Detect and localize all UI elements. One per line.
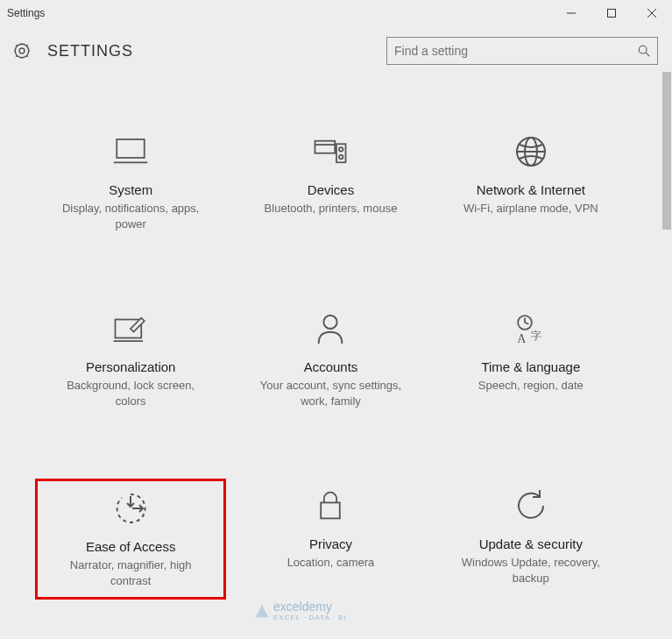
svg-text:A: A (517, 332, 527, 345)
watermark-sub: EXCEL · DATA · BI (273, 614, 347, 621)
tile-desc: Background, lock screen, colors (56, 378, 205, 408)
window-title: Settings (7, 7, 551, 19)
tile-title: System (109, 182, 152, 197)
page-title: SETTINGS (47, 42, 386, 60)
search-box[interactable] (386, 37, 658, 65)
close-button[interactable] (632, 0, 672, 26)
svg-marker-29 (256, 604, 268, 616)
tile-desc: Your account, sync settings, work, famil… (256, 378, 405, 408)
content-area: System Display, notifications, apps, pow… (0, 72, 661, 639)
personalization-icon (112, 310, 149, 347)
scrollbar[interactable] (661, 72, 672, 639)
tile-update-security[interactable]: Update & security Windows Update, recove… (435, 479, 626, 600)
tile-desc: Location, camera (287, 555, 375, 571)
svg-point-13 (340, 147, 343, 151)
tile-title: Privacy (309, 536, 352, 551)
devices-icon (312, 133, 349, 170)
tile-devices[interactable]: Devices Bluetooth, printers, mouse (235, 124, 426, 240)
svg-point-20 (324, 316, 337, 329)
tile-title: Time & language (481, 359, 580, 374)
svg-line-7 (646, 53, 649, 56)
svg-text:字: 字 (531, 330, 541, 342)
window-controls (551, 0, 672, 26)
tile-system[interactable]: System Display, notifications, apps, pow… (35, 124, 226, 240)
tile-title: Personalization (86, 359, 176, 374)
tile-title: Network & Internet (477, 182, 585, 197)
title-bar: Settings (0, 0, 672, 26)
svg-point-4 (19, 48, 25, 53)
header: SETTINGS (0, 26, 672, 74)
settings-grid: System Display, notifications, apps, pow… (0, 72, 661, 617)
system-icon (112, 133, 149, 170)
tile-ease-of-access[interactable]: Ease of Access Narrator, magnifier, high… (35, 479, 226, 600)
watermark-brand: exceldemy (273, 600, 332, 614)
ease-of-access-icon (112, 490, 149, 527)
svg-rect-28 (322, 503, 341, 519)
svg-point-5 (15, 44, 29, 58)
tile-title: Devices (308, 182, 354, 197)
tile-desc: Bluetooth, printers, mouse (265, 201, 398, 217)
gear-icon (12, 41, 32, 60)
tile-desc: Windows Update, recovery, backup (456, 555, 605, 586)
tile-title: Accounts (304, 359, 358, 374)
svg-rect-8 (117, 139, 145, 158)
search-input[interactable] (394, 44, 638, 58)
globe-icon (513, 133, 549, 170)
svg-rect-10 (315, 141, 336, 153)
tile-time-language[interactable]: A 字 Time & language Speech, region, date (435, 302, 626, 417)
svg-rect-1 (608, 10, 616, 18)
lock-icon (312, 487, 349, 524)
watermark: exceldemy EXCEL · DATA · BI (254, 600, 347, 621)
tile-desc: Display, notifications, apps, power (56, 201, 205, 231)
tile-desc: Narrator, magnifier, high contrast (56, 557, 205, 588)
tile-personalization[interactable]: Personalization Background, lock screen,… (35, 302, 226, 417)
person-icon (312, 310, 349, 347)
tile-desc: Speech, region, date (478, 378, 584, 394)
tile-accounts[interactable]: Accounts Your account, sync settings, wo… (235, 302, 426, 417)
tile-network[interactable]: Network & Internet Wi-Fi, airplane mode,… (435, 124, 626, 240)
maximize-button[interactable] (591, 0, 632, 26)
svg-line-23 (525, 323, 528, 324)
update-icon (513, 487, 549, 524)
tile-title: Update & security (479, 536, 583, 551)
search-icon (638, 45, 650, 57)
tile-title: Ease of Access (86, 539, 176, 554)
minimize-button[interactable] (551, 0, 591, 26)
tile-desc: Wi-Fi, airplane mode, VPN (463, 201, 598, 217)
tile-privacy[interactable]: Privacy Location, camera (235, 479, 426, 600)
svg-point-6 (639, 46, 647, 53)
time-language-icon: A 字 (513, 310, 549, 347)
svg-point-14 (340, 155, 343, 159)
scroll-thumb[interactable] (662, 72, 671, 230)
